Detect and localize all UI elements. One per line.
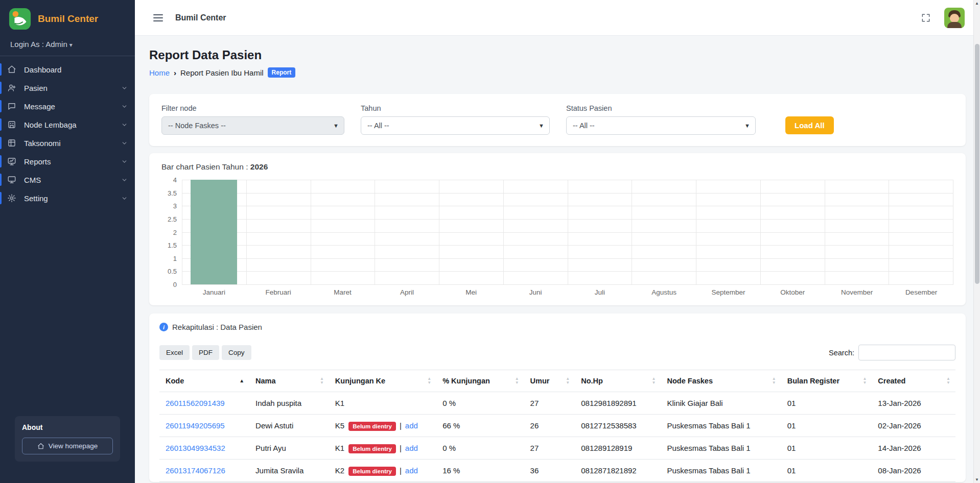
sort-icon: ▲▼ [946,377,950,385]
sort-icon: ▲▼ [862,377,867,385]
sidebar-item-label: CMS [24,176,41,184]
breadcrumb-home-link[interactable]: Home [149,68,170,77]
sidebar-item-label: Dashboard [24,65,61,74]
sort-icon: ▲▼ [427,377,431,385]
sidebar-item-label: Message [24,102,55,111]
scroll-up-icon[interactable]: ▲ [974,1,980,6]
y-tick-label: 4 [173,176,177,184]
cell-nama: Jumita Sravila [249,460,329,482]
kode-link[interactable]: 26013049934532 [166,444,225,452]
topbar-right [919,8,965,28]
report-badge: Report [268,67,296,78]
search-wrap: Search: [829,345,955,360]
chart-title: Bar chart Pasien Tahun : 2026 [161,162,953,172]
export-excel-button[interactable]: Excel [159,345,190,360]
column-header-created[interactable]: Created▲▼ [872,370,955,392]
cell-bulan-register: 01 [781,415,872,437]
topbar-title: Bumil Center [175,13,226,22]
chart-column [503,180,568,284]
node-faskes-select[interactable]: -- Node Faskes -- [161,116,344,135]
cell-no-hp: 081289128919 [575,437,661,460]
tahun-select[interactable]: -- All -- [361,116,550,135]
x-tick-label: April [375,288,439,296]
view-homepage-button[interactable]: View homepage [22,438,113,454]
cell-bulan-register: 01 [781,392,872,415]
login-as-dropdown[interactable]: Login As : Admin▾ [0,36,135,56]
sort-icon: ▲▼ [239,378,244,383]
cell-created: 14-Jan-2026 [872,437,955,460]
kode-link[interactable]: 26011949205695 [166,421,225,430]
sidebar-item-reports[interactable]: Reports [0,152,135,171]
cell-bulan-register: 01 [781,437,872,460]
chevron-down-icon [121,103,128,110]
cell-kode: 26013174067126 [159,460,249,482]
page-scrollbar[interactable]: ▲ ▼ [973,0,980,483]
load-all-button[interactable]: Load All [785,116,834,134]
kunjungan-value: K1 [335,399,344,407]
chart-column [825,180,889,284]
sidebar-item-dashboard[interactable]: Dashboard [0,60,135,79]
cell-umur: 36 [524,460,575,482]
column-header-nama[interactable]: Nama▲▼ [249,370,329,392]
filter-status-group: Status Pasien -- All -- ▼ [566,104,756,135]
add-link[interactable]: add [405,466,418,475]
chevron-down-icon [121,177,128,183]
cell-created: 08-Jan-2026 [872,460,955,482]
column-header-no-hp[interactable]: No.Hp▲▼ [575,370,661,392]
sidebar-item-setting[interactable]: Setting [0,189,135,207]
sort-icon: ▲▼ [772,377,776,385]
y-tick-label: 0.5 [168,268,177,275]
sidebar-nav: DashboardPasienMessageNode LembagaTakson… [0,60,135,207]
scroll-down-icon[interactable]: ▼ [974,477,980,482]
export-copy-button[interactable]: Copy [222,345,251,360]
column-header-kunjungan[interactable]: % Kunjungan▲▼ [436,370,524,392]
sidebar-item-message[interactable]: Message [0,97,135,115]
sidebar-item-node-lembaga[interactable]: Node Lembaga [0,115,135,134]
chart-column [632,180,696,284]
column-label: Umur [530,377,550,385]
status-pasien-select[interactable]: -- All -- [566,116,756,135]
sidebar-item-pasien[interactable]: Pasien [0,79,135,97]
cell-node-faskes: Puskesmas Tabas Bali 1 [661,415,781,437]
cell-umur: 27 [524,437,575,460]
fullscreen-icon[interactable] [919,11,933,25]
sidebar-toggle-icon[interactable] [150,11,166,25]
kode-link[interactable]: 26013174067126 [166,466,225,475]
column-label: Bulan Register [787,377,839,385]
filter-node-group: Filter node -- Node Faskes -- ▼ [161,104,344,135]
add-link[interactable]: add [405,421,418,430]
chevron-down-icon [121,158,128,165]
column-header-umur[interactable]: Umur▲▼ [524,370,575,392]
column-header-node-faskes[interactable]: Node Faskes▲▼ [661,370,781,392]
add-link[interactable]: add [405,444,418,452]
sidebar-item-cms[interactable]: CMS [0,171,135,189]
monitor-icon [7,175,18,184]
app-root: Bumil Center Login As : Admin▾ Dashboard… [0,0,980,483]
about-title: About [22,423,113,431]
breadcrumb-current: Report Pasien Ibu Hamil [180,68,264,77]
brand-logo-icon [8,7,32,31]
column-header-kunjungan-ke[interactable]: Kunjungan Ke▲▼ [329,370,436,392]
x-tick-label: Oktober [760,288,825,296]
export-pdf-button[interactable]: PDF [192,345,219,360]
chart-column [568,180,632,284]
table-row: 26011562091439Indah puspitaK10 %27081298… [159,392,955,415]
search-input[interactable] [858,345,955,360]
table-card: i Rekapitulasi : Data Pasien ExcelPDFCop… [149,313,966,482]
brand[interactable]: Bumil Center [0,0,135,36]
belum-dientry-badge: Belum dientry [348,467,396,476]
chat-icon [7,102,18,111]
about-card: About View homepage [15,416,120,462]
user-avatar[interactable] [944,8,965,28]
chart-column [311,180,375,284]
main-area: Bumil Center Report Data Pasien Home › R… [135,0,980,483]
column-header-bulan-register[interactable]: Bulan Register▲▼ [781,370,872,392]
sort-icon: ▲▼ [515,377,519,385]
chart-columns [182,180,953,284]
sidebar-item-taksonomi[interactable]: Taksonomi [0,134,135,152]
sort-icon: ▲▼ [566,377,570,385]
scrollbar-thumb[interactable] [975,44,979,284]
cell-created: 13-Jan-2026 [872,392,955,415]
kode-link[interactable]: 26011562091439 [166,399,225,407]
column-header-kode[interactable]: Kode▲▼ [159,370,249,392]
